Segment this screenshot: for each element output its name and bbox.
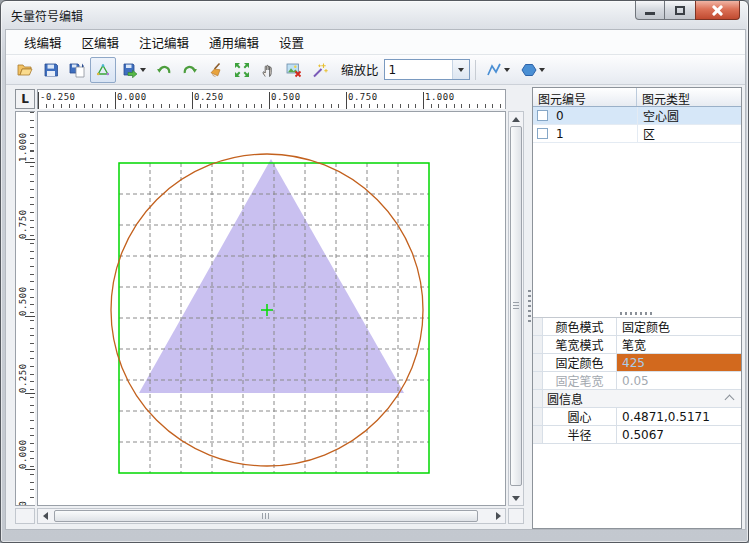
- ruler-label: 0.500: [271, 92, 301, 102]
- scroll-right-button[interactable]: [491, 509, 505, 523]
- ruler-corner-button[interactable]: L: [15, 89, 35, 109]
- property-row[interactable]: 固定笔宽 0.05: [533, 372, 741, 390]
- export-dropdown-caret[interactable]: [140, 68, 146, 72]
- export-button[interactable]: [116, 57, 151, 83]
- menu-bar: 线编辑 区编辑 注记编辑 通用编辑 设置: [6, 30, 745, 55]
- save-icon: [43, 62, 59, 78]
- menu-general-edit[interactable]: 通用编辑: [201, 30, 267, 55]
- scrollbar-corner: [15, 508, 35, 524]
- element-type-cell: 空心圆: [637, 107, 741, 124]
- pan-hand-icon: [260, 62, 276, 78]
- property-label: 笔宽模式: [543, 336, 617, 353]
- fit-view-button[interactable]: [229, 57, 255, 83]
- redo-button[interactable]: [177, 57, 203, 83]
- splitter-grip-icon: [620, 312, 654, 315]
- zoom-ratio-combobox[interactable]: 1: [384, 59, 470, 80]
- close-button[interactable]: [695, 1, 740, 20]
- menu-settings[interactable]: 设置: [271, 30, 312, 55]
- maximize-icon: [675, 6, 685, 15]
- toolbar: 缩放比 1: [6, 55, 745, 85]
- polyline-dropdown-caret[interactable]: [504, 68, 510, 72]
- zoom-dropdown-button[interactable]: [452, 60, 469, 79]
- property-value[interactable]: 笔宽: [617, 336, 741, 353]
- property-group-label: 圆信息: [543, 390, 726, 407]
- horizontal-scrollbar[interactable]: [37, 508, 506, 524]
- scrollbar-corner: [508, 508, 524, 524]
- property-label: 圆心: [543, 408, 617, 425]
- title-bar[interactable]: 矢量符号编辑: [1, 1, 748, 29]
- row-checkbox[interactable]: [537, 128, 548, 139]
- zoom-ratio-label: 缩放比: [341, 60, 379, 79]
- pan-button[interactable]: [255, 57, 281, 83]
- polygon-icon: [521, 62, 537, 78]
- arrow-left-icon: [43, 512, 48, 520]
- ruler-label: -0.250: [18, 498, 28, 506]
- drawing-canvas[interactable]: [37, 111, 506, 506]
- property-value-selected[interactable]: 425: [617, 354, 741, 371]
- element-id-cell: 0: [556, 109, 637, 123]
- properties-splitter[interactable]: [533, 310, 741, 317]
- magic-wand-icon: [312, 62, 328, 78]
- open-button[interactable]: [12, 57, 38, 83]
- table-row[interactable]: 1 区: [533, 125, 741, 143]
- property-row[interactable]: 半径 0.5067: [533, 426, 741, 444]
- menu-annotation-edit[interactable]: 注记编辑: [131, 30, 197, 55]
- scroll-up-button[interactable]: [509, 112, 523, 126]
- table-header: 图元编号 图元类型: [533, 88, 741, 107]
- undo-icon: [156, 62, 172, 78]
- delete-image-button[interactable]: [281, 57, 307, 83]
- drawing-svg: [38, 112, 505, 505]
- view-symbol-button[interactable]: [90, 57, 116, 83]
- property-row[interactable]: 颜色模式 固定颜色: [533, 318, 741, 336]
- zoom-ratio-value: 1: [385, 63, 452, 77]
- ruler-label: 0.250: [18, 355, 28, 393]
- property-value[interactable]: 固定颜色: [617, 318, 741, 335]
- save-as-button[interactable]: [64, 57, 90, 83]
- splitter-grip-icon: [528, 290, 531, 324]
- horizontal-scroll-thumb[interactable]: [54, 510, 478, 522]
- ruler-label: 1.000: [18, 124, 28, 162]
- scroll-left-button[interactable]: [38, 509, 52, 523]
- menu-area-edit[interactable]: 区编辑: [74, 30, 128, 55]
- property-row[interactable]: 固定颜色 425: [533, 354, 741, 372]
- polygon-dropdown-caret[interactable]: [539, 68, 545, 72]
- clear-button[interactable]: [203, 57, 229, 83]
- broom-icon: [208, 62, 224, 78]
- property-row[interactable]: 圆心 0.4871,0.5171: [533, 408, 741, 426]
- ruler-label: 0.500: [18, 278, 28, 316]
- column-header-element-type[interactable]: 图元类型: [637, 88, 741, 106]
- property-value[interactable]: 0.5067: [617, 426, 741, 443]
- column-header-element-id[interactable]: 图元编号: [533, 88, 637, 106]
- polyline-tool-button[interactable]: [481, 57, 516, 83]
- property-row[interactable]: 笔宽模式 笔宽: [533, 336, 741, 354]
- scroll-down-button[interactable]: [509, 491, 523, 505]
- minimize-icon: [645, 12, 655, 15]
- ruler-label: -0.250: [40, 92, 76, 102]
- ruler-label: 0.750: [348, 92, 378, 102]
- undo-button[interactable]: [151, 57, 177, 83]
- row-checkbox[interactable]: [537, 110, 548, 121]
- close-icon: [711, 5, 724, 16]
- menu-line-edit[interactable]: 线编辑: [16, 30, 70, 55]
- vertical-scrollbar[interactable]: [508, 111, 524, 506]
- collapse-chevron-icon[interactable]: [725, 395, 735, 405]
- property-group-row[interactable]: 圆信息: [533, 390, 741, 408]
- ruler-label: 1.000: [425, 92, 455, 102]
- vertical-scroll-thumb[interactable]: [510, 126, 522, 486]
- magic-wand-button[interactable]: [307, 57, 333, 83]
- property-label: 半径: [543, 426, 617, 443]
- table-row[interactable]: 0 空心圆: [533, 107, 741, 125]
- ruler-minor-ticks: [38, 104, 505, 108]
- save-button[interactable]: [38, 57, 64, 83]
- minimize-button[interactable]: [635, 1, 665, 20]
- ruler-label: 0.250: [194, 92, 224, 102]
- polyline-icon: [486, 62, 502, 78]
- arrow-right-icon: [496, 512, 501, 520]
- polygon-tool-button[interactable]: [516, 57, 551, 83]
- maximize-button[interactable]: [665, 1, 695, 20]
- property-label: 固定颜色: [543, 354, 617, 371]
- export-icon: [122, 62, 138, 78]
- property-value[interactable]: 0.4871,0.5171: [617, 408, 741, 425]
- thumb-grip: [262, 513, 270, 519]
- ruler-label: 0.000: [18, 431, 28, 469]
